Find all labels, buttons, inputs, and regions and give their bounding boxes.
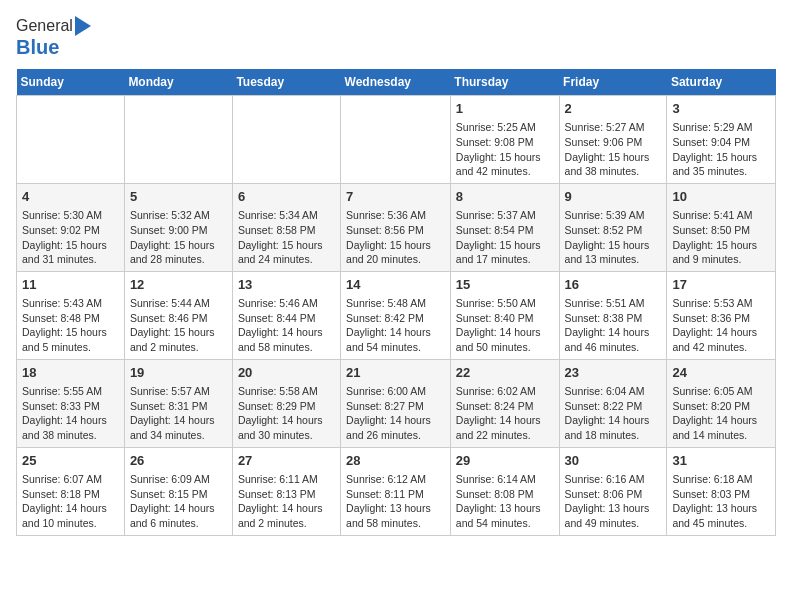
calendar-cell	[232, 96, 340, 184]
day-number: 4	[22, 188, 119, 206]
calendar-week-3: 11Sunrise: 5:43 AM Sunset: 8:48 PM Dayli…	[17, 271, 776, 359]
day-number: 9	[565, 188, 662, 206]
day-info: Sunrise: 6:05 AM Sunset: 8:20 PM Dayligh…	[672, 384, 770, 443]
calendar-cell	[17, 96, 125, 184]
day-info: Sunrise: 5:25 AM Sunset: 9:08 PM Dayligh…	[456, 120, 554, 179]
calendar-cell: 26Sunrise: 6:09 AM Sunset: 8:15 PM Dayli…	[124, 447, 232, 535]
day-number: 15	[456, 276, 554, 294]
calendar-cell: 22Sunrise: 6:02 AM Sunset: 8:24 PM Dayli…	[450, 359, 559, 447]
calendar-cell	[341, 96, 451, 184]
day-number: 31	[672, 452, 770, 470]
day-info: Sunrise: 6:00 AM Sunset: 8:27 PM Dayligh…	[346, 384, 445, 443]
calendar-cell: 1Sunrise: 5:25 AM Sunset: 9:08 PM Daylig…	[450, 96, 559, 184]
day-info: Sunrise: 5:36 AM Sunset: 8:56 PM Dayligh…	[346, 208, 445, 267]
calendar-week-4: 18Sunrise: 5:55 AM Sunset: 8:33 PM Dayli…	[17, 359, 776, 447]
day-info: Sunrise: 5:41 AM Sunset: 8:50 PM Dayligh…	[672, 208, 770, 267]
day-number: 8	[456, 188, 554, 206]
calendar-week-2: 4Sunrise: 5:30 AM Sunset: 9:02 PM Daylig…	[17, 183, 776, 271]
day-number: 6	[238, 188, 335, 206]
page-header: General Blue	[16, 16, 776, 59]
day-info: Sunrise: 5:37 AM Sunset: 8:54 PM Dayligh…	[456, 208, 554, 267]
logo-arrow-icon	[75, 16, 91, 36]
calendar-cell: 31Sunrise: 6:18 AM Sunset: 8:03 PM Dayli…	[667, 447, 776, 535]
day-number: 17	[672, 276, 770, 294]
day-info: Sunrise: 6:12 AM Sunset: 8:11 PM Dayligh…	[346, 472, 445, 531]
day-info: Sunrise: 5:30 AM Sunset: 9:02 PM Dayligh…	[22, 208, 119, 267]
day-info: Sunrise: 5:44 AM Sunset: 8:46 PM Dayligh…	[130, 296, 227, 355]
day-info: Sunrise: 5:46 AM Sunset: 8:44 PM Dayligh…	[238, 296, 335, 355]
calendar-cell: 23Sunrise: 6:04 AM Sunset: 8:22 PM Dayli…	[559, 359, 667, 447]
day-number: 3	[672, 100, 770, 118]
calendar-cell: 16Sunrise: 5:51 AM Sunset: 8:38 PM Dayli…	[559, 271, 667, 359]
day-number: 7	[346, 188, 445, 206]
day-number: 18	[22, 364, 119, 382]
day-info: Sunrise: 6:09 AM Sunset: 8:15 PM Dayligh…	[130, 472, 227, 531]
day-info: Sunrise: 5:43 AM Sunset: 8:48 PM Dayligh…	[22, 296, 119, 355]
calendar-cell	[124, 96, 232, 184]
day-number: 14	[346, 276, 445, 294]
weekday-header-thursday: Thursday	[450, 69, 559, 96]
day-number: 27	[238, 452, 335, 470]
calendar-cell: 17Sunrise: 5:53 AM Sunset: 8:36 PM Dayli…	[667, 271, 776, 359]
calendar-cell: 4Sunrise: 5:30 AM Sunset: 9:02 PM Daylig…	[17, 183, 125, 271]
calendar-week-5: 25Sunrise: 6:07 AM Sunset: 8:18 PM Dayli…	[17, 447, 776, 535]
calendar-cell: 3Sunrise: 5:29 AM Sunset: 9:04 PM Daylig…	[667, 96, 776, 184]
day-number: 13	[238, 276, 335, 294]
day-info: Sunrise: 5:53 AM Sunset: 8:36 PM Dayligh…	[672, 296, 770, 355]
calendar-cell: 12Sunrise: 5:44 AM Sunset: 8:46 PM Dayli…	[124, 271, 232, 359]
day-number: 26	[130, 452, 227, 470]
calendar-cell: 24Sunrise: 6:05 AM Sunset: 8:20 PM Dayli…	[667, 359, 776, 447]
day-number: 16	[565, 276, 662, 294]
day-info: Sunrise: 5:32 AM Sunset: 9:00 PM Dayligh…	[130, 208, 227, 267]
calendar-cell: 2Sunrise: 5:27 AM Sunset: 9:06 PM Daylig…	[559, 96, 667, 184]
calendar-cell: 6Sunrise: 5:34 AM Sunset: 8:58 PM Daylig…	[232, 183, 340, 271]
day-info: Sunrise: 5:48 AM Sunset: 8:42 PM Dayligh…	[346, 296, 445, 355]
day-number: 10	[672, 188, 770, 206]
calendar-cell: 8Sunrise: 5:37 AM Sunset: 8:54 PM Daylig…	[450, 183, 559, 271]
day-info: Sunrise: 6:14 AM Sunset: 8:08 PM Dayligh…	[456, 472, 554, 531]
logo-general-text: General	[16, 17, 73, 35]
calendar-cell: 5Sunrise: 5:32 AM Sunset: 9:00 PM Daylig…	[124, 183, 232, 271]
day-number: 28	[346, 452, 445, 470]
day-info: Sunrise: 6:18 AM Sunset: 8:03 PM Dayligh…	[672, 472, 770, 531]
weekday-header-tuesday: Tuesday	[232, 69, 340, 96]
day-info: Sunrise: 6:04 AM Sunset: 8:22 PM Dayligh…	[565, 384, 662, 443]
weekday-header-saturday: Saturday	[667, 69, 776, 96]
calendar-cell: 29Sunrise: 6:14 AM Sunset: 8:08 PM Dayli…	[450, 447, 559, 535]
calendar-cell: 7Sunrise: 5:36 AM Sunset: 8:56 PM Daylig…	[341, 183, 451, 271]
day-number: 25	[22, 452, 119, 470]
calendar-header: SundayMondayTuesdayWednesdayThursdayFrid…	[17, 69, 776, 96]
calendar-cell: 13Sunrise: 5:46 AM Sunset: 8:44 PM Dayli…	[232, 271, 340, 359]
day-number: 12	[130, 276, 227, 294]
calendar-body: 1Sunrise: 5:25 AM Sunset: 9:08 PM Daylig…	[17, 96, 776, 536]
day-info: Sunrise: 6:02 AM Sunset: 8:24 PM Dayligh…	[456, 384, 554, 443]
calendar-table: SundayMondayTuesdayWednesdayThursdayFrid…	[16, 69, 776, 536]
weekday-header-wednesday: Wednesday	[341, 69, 451, 96]
day-info: Sunrise: 5:34 AM Sunset: 8:58 PM Dayligh…	[238, 208, 335, 267]
logo: General Blue	[16, 16, 91, 59]
day-number: 22	[456, 364, 554, 382]
day-info: Sunrise: 6:11 AM Sunset: 8:13 PM Dayligh…	[238, 472, 335, 531]
calendar-cell: 28Sunrise: 6:12 AM Sunset: 8:11 PM Dayli…	[341, 447, 451, 535]
calendar-cell: 14Sunrise: 5:48 AM Sunset: 8:42 PM Dayli…	[341, 271, 451, 359]
day-number: 23	[565, 364, 662, 382]
day-number: 30	[565, 452, 662, 470]
day-number: 5	[130, 188, 227, 206]
day-info: Sunrise: 5:55 AM Sunset: 8:33 PM Dayligh…	[22, 384, 119, 443]
day-number: 2	[565, 100, 662, 118]
calendar-cell: 30Sunrise: 6:16 AM Sunset: 8:06 PM Dayli…	[559, 447, 667, 535]
calendar-cell: 19Sunrise: 5:57 AM Sunset: 8:31 PM Dayli…	[124, 359, 232, 447]
calendar-cell: 15Sunrise: 5:50 AM Sunset: 8:40 PM Dayli…	[450, 271, 559, 359]
calendar-cell: 25Sunrise: 6:07 AM Sunset: 8:18 PM Dayli…	[17, 447, 125, 535]
day-number: 11	[22, 276, 119, 294]
calendar-cell: 20Sunrise: 5:58 AM Sunset: 8:29 PM Dayli…	[232, 359, 340, 447]
day-number: 19	[130, 364, 227, 382]
day-info: Sunrise: 5:50 AM Sunset: 8:40 PM Dayligh…	[456, 296, 554, 355]
calendar-cell: 9Sunrise: 5:39 AM Sunset: 8:52 PM Daylig…	[559, 183, 667, 271]
day-number: 21	[346, 364, 445, 382]
calendar-cell: 10Sunrise: 5:41 AM Sunset: 8:50 PM Dayli…	[667, 183, 776, 271]
day-number: 29	[456, 452, 554, 470]
day-info: Sunrise: 5:58 AM Sunset: 8:29 PM Dayligh…	[238, 384, 335, 443]
day-info: Sunrise: 6:16 AM Sunset: 8:06 PM Dayligh…	[565, 472, 662, 531]
day-number: 24	[672, 364, 770, 382]
